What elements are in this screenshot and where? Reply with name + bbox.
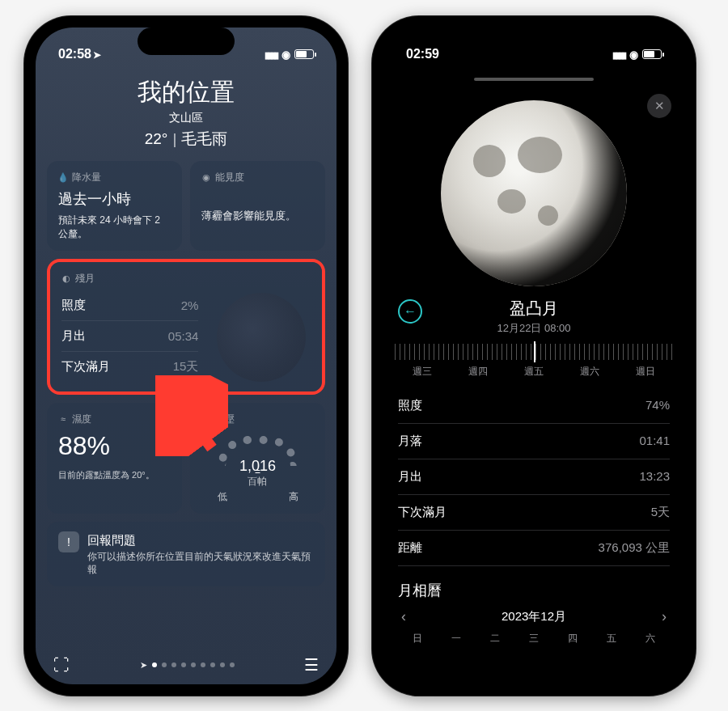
humidity-icon: ≈ <box>58 414 68 424</box>
calendar-title: 月相曆 <box>383 566 684 608</box>
wifi-icon <box>281 47 290 61</box>
humidity-card[interactable]: ≈濕度 88% 目前的露點溫度為 20°。 <box>47 403 182 514</box>
precip-card[interactable]: 💧降水量 過去一小時 預計未來 24 小時會下 2 公釐。 <box>47 161 182 251</box>
weekday-row: 日一二三四五六 <box>383 625 684 645</box>
battery-icon <box>294 49 314 59</box>
weather-screen: 02:58 我的位置 文山區 22°|毛毛雨 💧降水量 過去一小時 預計未來 2… <box>36 28 336 684</box>
stat-row: 月出13:23 <box>398 459 670 495</box>
moon-card-highlight: ◐殘月 照度2% 月出05:34 下次滿月15天 <box>47 259 325 395</box>
location-sub: 文山區 <box>36 111 336 125</box>
moon-detail-screen: 02:59 ✕ ← 盈凸月 12月22日 08:00 週三週四週五週 <box>383 28 684 684</box>
calendar-month: 2023年12月 <box>502 609 566 624</box>
map-icon[interactable]: ⛶ <box>53 656 70 675</box>
eye-icon: ◉ <box>201 173 211 183</box>
battery-icon <box>642 49 662 59</box>
report-card[interactable]: ! 回報問題 你可以描述你所在位置目前的天氣狀況來改進天氣預報 <box>47 522 325 587</box>
report-desc: 你可以描述你所在位置目前的天氣狀況來改進天氣預報 <box>87 550 314 578</box>
wifi-icon <box>629 47 638 61</box>
close-button[interactable]: ✕ <box>647 94 671 118</box>
pressure-card[interactable]: ◔氣壓 = 1,016 百帕 低高 <box>190 403 325 514</box>
temp-line: 22°|毛毛雨 <box>36 129 336 150</box>
list-icon[interactable]: ☰ <box>304 655 319 675</box>
moon-image <box>441 100 627 286</box>
visibility-desc: 薄霾會影響能見度。 <box>201 209 314 223</box>
moon-stats-list: 照度74% 月落01:41 月出13:23 下次滿月5天 距離376,093 公… <box>383 382 684 566</box>
cellular-icon <box>612 47 625 61</box>
phone-left: 02:58 我的位置 文山區 22°|毛毛雨 💧降水量 過去一小時 預計未來 2… <box>24 16 348 696</box>
stat-row: 距離376,093 公里 <box>398 531 670 566</box>
location-dot-icon: ➤ <box>140 660 147 671</box>
pressure-gauge: = 1,016 百帕 低高 <box>201 431 314 504</box>
dynamic-island <box>138 28 235 55</box>
phase-date: 12月22日 08:00 <box>383 321 684 336</box>
phone-right: 02:59 ✕ ← 盈凸月 12月22日 08:00 週三週四週五週 <box>372 16 696 696</box>
bottom-toolbar: ⛶ ➤ ☰ <box>36 645 336 684</box>
visibility-card[interactable]: ◉能見度 薄霾會影響能見度。 <box>190 161 325 251</box>
gauge-icon: ◔ <box>201 414 211 424</box>
prev-month-button[interactable]: ‹ <box>401 608 406 625</box>
page-dots[interactable]: ➤ <box>140 660 235 671</box>
cellular-icon <box>265 47 277 61</box>
timeline-ruler[interactable]: 週三週四週五週六週日 <box>395 344 673 379</box>
back-button[interactable]: ← <box>398 299 422 324</box>
moon-icon: ◐ <box>61 273 71 283</box>
humidity-note: 目前的露點溫度為 20°。 <box>58 469 171 481</box>
location-arrow-icon <box>91 47 101 61</box>
drop-icon: 💧 <box>58 173 68 183</box>
report-title: 回報問題 <box>87 531 314 548</box>
moon-card[interactable]: ◐殘月 照度2% 月出05:34 下次滿月15天 <box>50 262 322 391</box>
calendar-nav: ‹ 2023年12月 › <box>383 608 684 625</box>
stat-row: 月落01:41 <box>398 424 670 459</box>
stat-row: 照度74% <box>398 388 670 424</box>
exclamation-icon: ! <box>58 531 79 552</box>
moon-row: 照度2% <box>61 290 198 321</box>
moon-row: 月出05:34 <box>61 321 198 352</box>
humidity-value: 88% <box>58 431 171 461</box>
sheet-grabber[interactable] <box>474 78 595 81</box>
next-month-button[interactable]: › <box>662 608 667 625</box>
status-time: 02:58 <box>58 47 101 61</box>
timeline-days: 週三週四週五週六週日 <box>395 365 673 379</box>
status-time: 02:59 <box>406 47 439 61</box>
moon-thumbnail <box>217 293 306 382</box>
phase-title: 盈凸月 <box>383 298 684 320</box>
precip-title: 過去一小時 <box>58 189 171 209</box>
moon-row: 下次滿月15天 <box>61 352 198 382</box>
location-header: 我的位置 文山區 22°|毛毛雨 <box>36 73 336 161</box>
location-title: 我的位置 <box>36 76 336 109</box>
stat-row: 下次滿月5天 <box>398 495 670 531</box>
dynamic-island <box>485 28 582 55</box>
precip-desc: 預計未來 24 小時會下 2 公釐。 <box>58 214 171 241</box>
